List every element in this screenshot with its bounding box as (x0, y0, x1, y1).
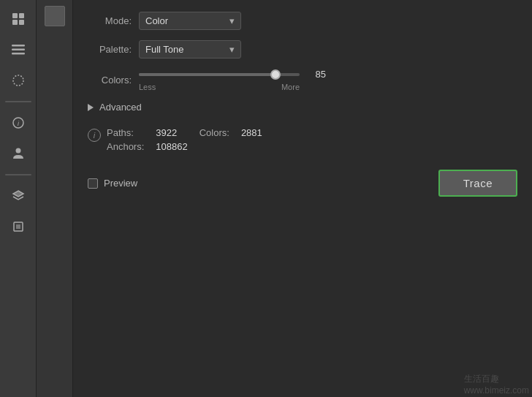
secondary-sidebar (37, 0, 73, 397)
info-circle-icon[interactable]: i (5, 110, 31, 136)
preview-checkbox[interactable] (88, 178, 98, 189)
svg-rect-6 (12, 53, 25, 55)
stats-grid: Paths: 3922 Colors: 2881 Anchors: 108862 (107, 127, 262, 152)
trace-button[interactable]: Trace (438, 170, 517, 197)
mode-label: Mode: (88, 15, 132, 26)
svg-rect-0 (12, 13, 18, 18)
svg-rect-4 (12, 45, 25, 47)
slider-labels: Less More (139, 83, 300, 91)
colors-value: 85 (305, 69, 326, 80)
svg-rect-5 (12, 49, 25, 51)
advanced-row[interactable]: Advanced (88, 102, 517, 113)
anchors-value: 108862 (156, 141, 187, 152)
stats-section: i Paths: 3922 Colors: 2881 Anchors: 1088… (88, 123, 517, 156)
mode-chevron-icon: ▾ (229, 15, 235, 26)
color-swatch[interactable] (45, 6, 65, 26)
artboard-icon[interactable] (5, 213, 31, 240)
preview-label: Preview (104, 178, 137, 189)
advanced-label: Advanced (99, 102, 142, 113)
colors-slider-container: 85 Less More (139, 69, 326, 91)
slider-track-row: 85 (139, 69, 326, 80)
palette-chevron-icon: ▾ (229, 44, 235, 55)
colors-row: Colors: 85 Less More (88, 69, 517, 91)
svg-rect-3 (19, 20, 24, 25)
slider-less-label: Less (139, 83, 156, 91)
action-row: Preview Trace (88, 170, 517, 197)
svg-point-7 (13, 75, 23, 86)
hamburger-icon[interactable] (5, 37, 31, 63)
colors-label: Colors: (88, 75, 132, 86)
slider-thumb[interactable] (270, 69, 281, 80)
svg-text:i: i (18, 120, 20, 127)
circle-dotted-icon[interactable] (5, 67, 31, 94)
stats-info-icon: i (88, 129, 101, 142)
palette-label: Palette: (88, 44, 132, 55)
advanced-triangle-icon (88, 104, 94, 111)
paths-label: Paths: (107, 127, 144, 138)
palette-dropdown[interactable]: Full Tone ▾ (139, 40, 241, 58)
paths-value: 3922 (156, 127, 187, 138)
svg-point-10 (15, 148, 20, 154)
preview-checkbox-row: Preview (88, 178, 137, 189)
svg-rect-2 (12, 20, 18, 25)
anchors-label: Anchors: (107, 141, 144, 152)
mode-row: Mode: Color ▾ (88, 12, 517, 30)
layers-icon[interactable] (5, 183, 31, 209)
colors-slider-track[interactable] (139, 73, 300, 76)
svg-rect-13 (16, 224, 20, 229)
mode-dropdown[interactable]: Color ▾ (139, 12, 241, 30)
grid-icon[interactable] (5, 6, 31, 32)
main-sidebar: i (0, 0, 37, 397)
divider-1 (5, 101, 31, 102)
divider-2 (5, 174, 31, 175)
mode-value: Color (145, 15, 168, 26)
watermark: 生活百趣 www.bimeiz.com (464, 373, 529, 396)
slider-fill (139, 73, 276, 76)
person-icon[interactable] (5, 140, 31, 167)
colors-stat-value: 2881 (241, 127, 262, 138)
slider-more-label: More (281, 83, 300, 91)
palette-row: Palette: Full Tone ▾ (88, 40, 517, 58)
main-panel: Mode: Color ▾ Palette: Full Tone ▾ Color… (73, 0, 532, 397)
svg-marker-11 (13, 191, 23, 197)
watermark-line2: www.bimeiz.com (464, 385, 529, 396)
svg-rect-1 (19, 13, 24, 18)
palette-value: Full Tone (145, 44, 184, 55)
watermark-line1: 生活百趣 (464, 373, 529, 385)
colors-stat-label: Colors: (200, 127, 229, 138)
